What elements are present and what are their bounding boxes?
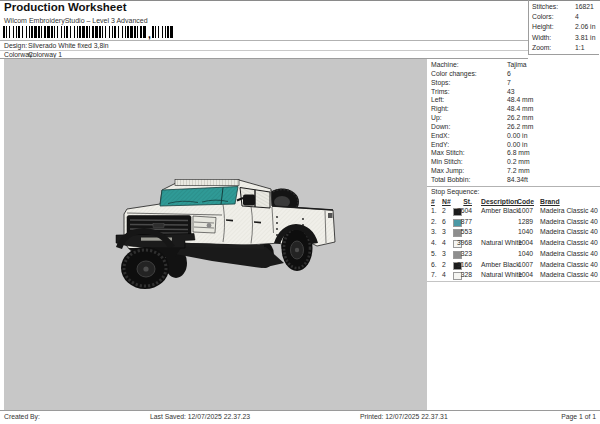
summary-row: Colors:4 <box>529 12 599 22</box>
footer-printed: Printed: 12/07/2025 22.37.31 <box>360 413 448 420</box>
machine-row: Up:26.2 mm <box>431 114 599 123</box>
app-version-subtitle: Wilcom EmbroideryStudio – Level 3 Advanc… <box>4 17 148 24</box>
design-value: Silverado White fixed 3,8in <box>28 42 108 49</box>
stop-sequence-title: Stop Sequence: <box>431 188 479 195</box>
machine-row: Color changes:6 <box>431 70 599 79</box>
stop-sequence-table: # N# St. Description Code Brand 1. 2 760… <box>427 197 600 282</box>
height-value: 2.06 in <box>575 23 595 30</box>
colorway-value: Colorway 1 <box>28 51 62 58</box>
design-label: Design: <box>4 42 27 49</box>
machine-row: Min Stitch:0.2 mm <box>431 158 599 167</box>
machine-row: Machine:Tajima <box>431 61 599 70</box>
machine-row: Max Stitch:6.8 mm <box>431 149 599 158</box>
width-value: 3.81 in <box>575 34 595 41</box>
design-preview-truck <box>114 169 339 294</box>
machine-row: EndY:0.00 in <box>431 141 599 150</box>
stitches-value: 16821 <box>575 3 594 10</box>
machine-row: Stops:7 <box>431 79 599 88</box>
table-row: 2. 6 877 1289 Madeira Classic 40 <box>427 217 600 228</box>
table-row: 7. 4 328 Natural White 1004 Madeira Clas… <box>427 270 600 281</box>
summary-box: Stitches:16821 Colors:4 Height:2.06 in W… <box>528 0 599 55</box>
footer-created-by: Created By: <box>4 413 40 420</box>
page-title: Production Worksheet <box>4 1 126 13</box>
summary-row: Width:3.81 in <box>529 33 599 43</box>
summary-row: Stitches:16821 <box>529 2 599 12</box>
table-row: 6. 2 3166 Amber Black 1007 Madeira Class… <box>427 260 600 271</box>
table-row: 1. 2 7604 Amber Black 1007 Madeira Class… <box>427 206 600 217</box>
machine-row: Max Jump:7.2 mm <box>431 167 599 176</box>
summary-row: Zoom:1:1 <box>529 43 599 53</box>
table-row: 5. 3 323 1040 Madeira Classic 40 <box>427 249 600 260</box>
colors-value: 4 <box>575 13 579 20</box>
machine-row: Trims:43 <box>431 88 599 97</box>
design-canvas <box>4 59 427 410</box>
machine-row: Right:48.4 mm <box>431 105 599 114</box>
summary-row: Height:2.06 in <box>529 22 599 32</box>
machine-row: EndX:0.00 in <box>431 132 599 141</box>
footer-last-saved: Last Saved: 12/07/2025 22.37.23 <box>150 413 250 420</box>
barcode-group-1 <box>3 26 147 38</box>
production-worksheet-page: { "header": { "title": "Production Works… <box>0 0 600 424</box>
barcode-separator: , <box>148 32 151 38</box>
machine-info: Machine:Tajima Color changes:6 Stops:7 T… <box>431 61 599 185</box>
barcode: , <box>3 26 173 38</box>
barcode-group-2 <box>152 26 173 38</box>
table-row: 3. 3 553 1040 Madeira Classic 40 <box>427 227 600 238</box>
table-row: 4. 4 3968 Natural White 1004 Madeira Cla… <box>427 238 600 249</box>
machine-row: Down:26.2 mm <box>431 123 599 132</box>
machine-row: Total Bobbin:84.34ft <box>431 176 599 185</box>
zoom-value: 1:1 <box>575 44 584 51</box>
machine-row: Left:48.4 mm <box>431 96 599 105</box>
footer-page-number: Page 1 of 1 <box>561 413 596 420</box>
